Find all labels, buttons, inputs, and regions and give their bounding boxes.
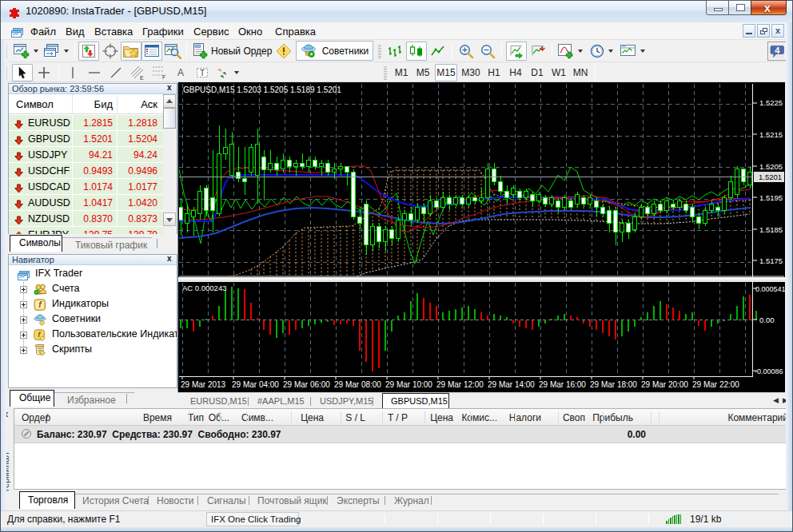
svg-text:F: F [162,74,165,80]
svg-text:29 Mar 12:00: 29 Mar 12:00 [436,380,484,389]
svg-text:0.000541: 0.000541 [755,285,785,293]
svg-text:1.5225: 1.5225 [759,98,783,107]
svg-text:1.5185: 1.5185 [759,225,783,234]
svg-text:4: 4 [775,45,780,54]
svg-text:29 Mar 20:00: 29 Mar 20:00 [641,380,688,389]
svg-text:GBPUSD,M15 1.5203 1.5205 1.51: GBPUSD,M15 1.5203 1.5205 1.5189 1.5201 [183,85,341,94]
svg-text:E: E [140,75,144,81]
svg-text:29 Mar 18:00: 29 Mar 18:00 [590,380,637,389]
svg-text:T: T [200,69,205,77]
svg-text:1.5215: 1.5215 [759,130,783,139]
svg-text:29 Mar 22:00: 29 Mar 22:00 [692,380,739,389]
svg-text:29 Mar 08:00: 29 Mar 08:00 [334,380,381,389]
svg-text:29 Mar 04:00: 29 Mar 04:00 [232,380,279,389]
svg-text:1.5205: 1.5205 [759,162,783,171]
svg-text:29 Mar 06:00: 29 Mar 06:00 [283,380,330,389]
svg-text:1.5195: 1.5195 [759,193,783,202]
svg-text:29 Mar 14:00: 29 Mar 14:00 [488,380,535,389]
svg-text:1.5201: 1.5201 [759,173,782,181]
svg-text:29 Mar 16:00: 29 Mar 16:00 [539,380,586,389]
svg-text:AC 0.000243: AC 0.000243 [182,284,226,292]
svg-text:-0.00086: -0.00086 [755,367,783,375]
svg-text:0.00: 0.00 [759,316,775,324]
svg-text:29 Mar 2013: 29 Mar 2013 [181,380,226,389]
svg-text:1.5175: 1.5175 [759,256,783,265]
svg-text:29 Mar 10:00: 29 Mar 10:00 [385,380,432,389]
svg-text:A: A [177,67,184,78]
